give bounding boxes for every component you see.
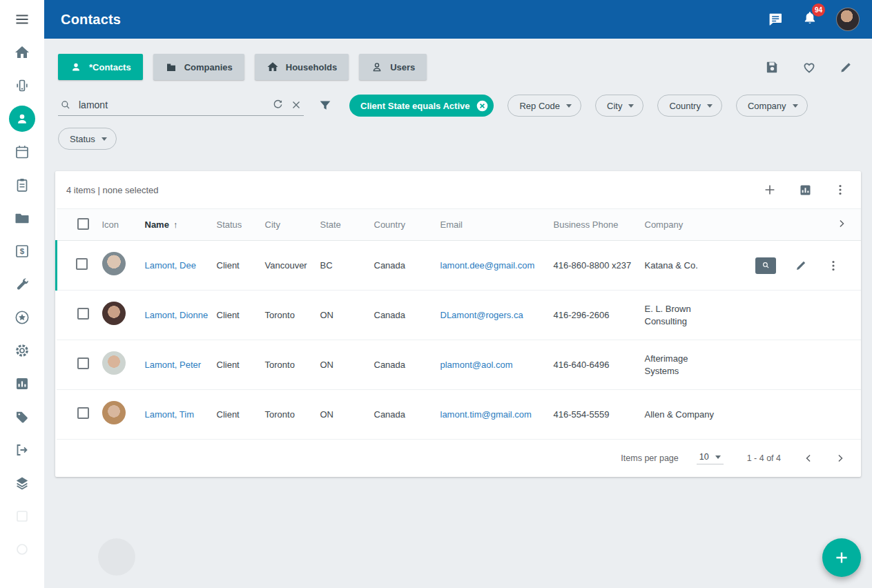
tab-contacts[interactable]: *Contacts [58, 54, 143, 80]
favorite-icon[interactable] [801, 59, 817, 75]
filter-pill-status-label: Status [70, 134, 95, 144]
contact-name-link[interactable]: Lamont, Dionne [145, 310, 209, 320]
filter-funnel-icon[interactable] [318, 98, 333, 113]
next-page-icon[interactable] [831, 449, 850, 468]
filter-pill-city[interactable]: City [595, 95, 643, 117]
tab-companies[interactable]: Companies [153, 54, 244, 80]
row-more-options-icon[interactable] [826, 259, 840, 273]
cell-phone: 416-640-6496 [554, 340, 645, 390]
row-checkbox[interactable] [77, 357, 89, 369]
contact-avatar [102, 351, 126, 375]
tab-households[interactable]: Households [255, 54, 349, 80]
contact-name-link[interactable]: Lamont, Dee [145, 260, 196, 271]
save-view-icon[interactable] [764, 59, 780, 75]
filter-pill-rep-code[interactable]: Rep Code [507, 95, 581, 117]
cell-phone: 416-296-2606 [554, 291, 645, 340]
pagination-bar: Items per page 10 1 - 4 of 4 [55, 440, 861, 477]
row-checkbox[interactable] [77, 308, 89, 320]
content: *Contacts Companies Households Users [44, 39, 872, 588]
row-checkbox[interactable] [76, 258, 88, 270]
disabled-module-icon-2 [6, 533, 39, 566]
refresh-icon[interactable] [271, 98, 284, 111]
cell-company: Katana & Co. [645, 241, 730, 291]
contact-email-link[interactable]: lamont.tim@gmail.com [440, 409, 532, 420]
filter-pill-company[interactable]: Company [736, 95, 808, 117]
add-contact-fab[interactable] [822, 538, 861, 577]
notifications-bell-icon[interactable]: 94 [802, 10, 818, 29]
row-checkbox[interactable] [77, 407, 89, 419]
tags-icon[interactable] [6, 400, 39, 433]
user-avatar[interactable] [836, 8, 860, 31]
preview-icon[interactable] [755, 257, 776, 274]
table-row[interactable]: Lamont, Peter Client Toronto ON Canada p… [57, 340, 862, 390]
column-header-city[interactable]: City [265, 209, 320, 241]
active-module-indicator [9, 106, 35, 132]
add-column-icon[interactable] [762, 182, 777, 197]
layers-icon[interactable] [6, 467, 39, 500]
campaigns-icon[interactable] [6, 301, 39, 334]
contact-avatar [102, 252, 126, 275]
contact-email-link[interactable]: lamont.dee@gmail.com [440, 260, 535, 271]
cell-status: Client [217, 291, 265, 340]
column-header-company[interactable]: Company [645, 209, 730, 241]
contacts-icon[interactable] [6, 102, 39, 135]
folder-icon[interactable] [6, 202, 39, 235]
tools-icon[interactable] [6, 268, 39, 301]
contact-name-link[interactable]: Lamont, Peter [145, 360, 202, 370]
svg-text:$: $ [20, 247, 25, 255]
chat-icon[interactable] [767, 11, 784, 28]
table-row[interactable]: Lamont, Tim Client Toronto ON Canada lam… [57, 390, 862, 440]
selection-summary: 4 items | none selected [66, 185, 158, 195]
more-options-icon[interactable] [833, 183, 847, 197]
table-row[interactable]: Lamont, Dee Client Vancouver BC Canada l… [57, 241, 862, 291]
column-header-email[interactable]: Email [440, 209, 554, 241]
edit-icon[interactable] [838, 59, 854, 75]
chevron-down-icon [793, 104, 798, 108]
column-header-state[interactable]: State [320, 209, 374, 241]
remove-filter-icon[interactable] [476, 99, 489, 112]
column-header-status[interactable]: Status [217, 209, 265, 241]
calendar-icon[interactable] [6, 135, 39, 168]
tasks-icon[interactable] [6, 168, 39, 202]
tab-households-label: Households [286, 62, 337, 72]
active-filter-chip[interactable]: Client State equals Active [349, 95, 494, 117]
cell-state: BC [320, 241, 374, 291]
contact-email-link[interactable]: plamont@aol.com [440, 360, 513, 370]
phone-icon[interactable] [6, 69, 39, 102]
filter-pill-rep-code-label: Rep Code [519, 101, 560, 111]
cell-phone: 416-554-5559 [554, 390, 645, 440]
column-header-country[interactable]: Country [374, 209, 440, 241]
contact-email-link[interactable]: DLamont@rogers.ca [440, 310, 523, 320]
cell-city: Vancouver [265, 241, 320, 291]
search-input[interactable] [77, 99, 266, 111]
cell-city: Toronto [265, 340, 320, 390]
import-icon[interactable] [6, 433, 39, 467]
cell-status: Client [217, 340, 265, 390]
analytics-icon[interactable] [798, 183, 813, 197]
cell-city: Toronto [265, 390, 320, 440]
filter-pill-status[interactable]: Status [58, 128, 117, 150]
tab-users[interactable]: Users [359, 54, 427, 80]
settings-icon[interactable] [6, 334, 39, 367]
filter-pill-country-label: Country [669, 101, 701, 111]
select-all-checkbox[interactable] [77, 218, 89, 230]
chevron-down-icon [628, 104, 634, 108]
dashboards-icon[interactable] [6, 367, 39, 400]
cell-state: ON [320, 390, 374, 440]
previous-page-icon[interactable] [799, 449, 818, 468]
column-header-name[interactable]: Name↑ [145, 209, 217, 241]
column-header-icon[interactable]: Icon [102, 209, 145, 241]
cell-country: Canada [374, 390, 440, 440]
scroll-columns-right-icon[interactable] [835, 217, 849, 231]
column-header-business-phone[interactable]: Business Phone [554, 209, 645, 241]
items-per-page-select[interactable]: 10 [697, 452, 724, 464]
contact-name-link[interactable]: Lamont, Tim [145, 409, 195, 420]
filter-pill-country[interactable]: Country [657, 95, 722, 117]
cell-state: ON [320, 340, 374, 390]
menu-icon[interactable] [6, 3, 39, 36]
opportunities-icon[interactable]: $ [6, 235, 39, 268]
clear-search-icon[interactable] [290, 99, 302, 111]
edit-row-icon[interactable] [794, 258, 808, 273]
home-icon[interactable] [6, 36, 39, 69]
table-row[interactable]: Lamont, Dionne Client Toronto ON Canada … [57, 291, 862, 340]
